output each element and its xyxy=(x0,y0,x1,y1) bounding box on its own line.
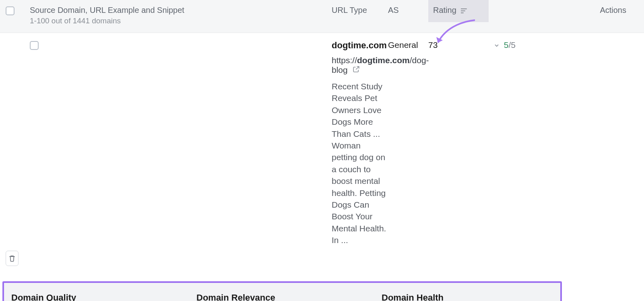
delete-button[interactable] xyxy=(6,251,19,266)
row-checkbox[interactable] xyxy=(30,41,39,50)
rows-count: 1-100 out of 1441 domains xyxy=(30,16,332,25)
url-line[interactable]: https://dogtime.com/dog-blog xyxy=(332,56,388,75)
snippet: Recent Study Reveals Pet Owners Love Dog… xyxy=(332,80,388,246)
quality-title: Domain Quality xyxy=(11,293,183,301)
health-title: Domain Health xyxy=(382,293,553,301)
detail-panel: Domain Quality Backlinksi 1.2M Referring… xyxy=(2,281,562,301)
chevron-down-icon[interactable] xyxy=(493,40,500,50)
rating-label-text: Rating xyxy=(433,6,467,14)
column-label: Source Domain, URL Example and Snippet xyxy=(30,6,332,15)
column-header-rating[interactable]: Rating xyxy=(428,0,489,22)
quality-column: Domain Quality Backlinksi 1.2M Referring… xyxy=(11,293,183,301)
column-header-as[interactable]: AS xyxy=(388,6,428,15)
url-type-value: General xyxy=(388,40,428,50)
row-source: dogtime.com https://dogtime.com/dog-blog… xyxy=(332,40,388,246)
as-value: 73 xyxy=(428,40,489,50)
column-header-source: Source Domain, URL Example and Snippet 1… xyxy=(30,6,332,25)
rating-num: 5 xyxy=(504,40,509,49)
header-checkbox[interactable] xyxy=(6,6,30,17)
domain-name: dogtime.com xyxy=(332,40,388,51)
external-link-icon[interactable] xyxy=(353,65,360,75)
column-header-actions: Actions xyxy=(489,6,638,15)
relevance-column: Domain Relevance Common categoriesi Hobb… xyxy=(196,293,368,301)
relevance-title: Domain Relevance xyxy=(196,293,368,301)
table-header: Source Domain, URL Example and Snippet 1… xyxy=(0,0,644,33)
health-column: Domain Health Toxic Ranki 0 - 6 Dangerou… xyxy=(382,293,553,301)
table-row: dogtime.com https://dogtime.com/dog-blog… xyxy=(0,33,644,280)
select-all-checkbox[interactable] xyxy=(6,6,14,15)
row-actions: To In Progress xyxy=(6,246,30,271)
rating-value[interactable]: 5/5 xyxy=(489,40,638,50)
row-checkbox-wrap xyxy=(30,40,332,52)
trash-icon xyxy=(8,255,16,262)
column-header-url-type[interactable]: URL Type xyxy=(332,6,388,15)
sort-icon xyxy=(461,8,467,14)
rating-denom: /5 xyxy=(509,40,516,49)
